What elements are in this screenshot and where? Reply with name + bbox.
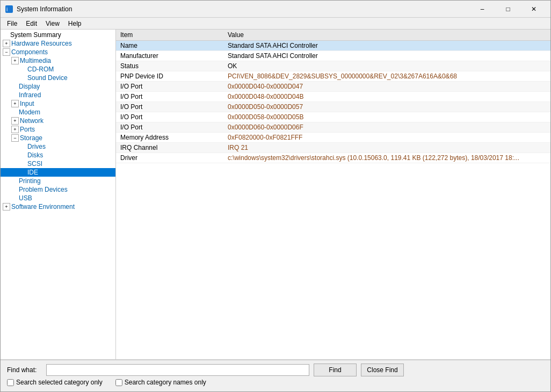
tree-problem-devices[interactable]: Problem Devices (1, 185, 115, 194)
tree-hardware-resources[interactable]: + Hardware Resources (1, 39, 115, 48)
table-row: Memory Address0xF0820000-0xF0821FFF (116, 133, 550, 143)
table-row: I/O Port0x0000D048-0x0000D04B (116, 92, 550, 102)
expand-ports[interactable]: + (11, 126, 19, 133)
tree-usb[interactable]: USB (1, 194, 115, 202)
find-bar: Find what: Find Close Find Search select… (1, 359, 550, 391)
expand-hardware-resources[interactable]: + (3, 40, 10, 47)
cell-value: PCI\VEN_8086&DEV_2829&SUBSYS_00000000&RE… (223, 71, 550, 82)
search-selected-checkbox[interactable] (7, 379, 14, 386)
tree-components[interactable]: − Components (1, 48, 115, 56)
expand-multimedia[interactable]: + (11, 57, 19, 64)
table-row: I/O Port0x0000D060-0x0000D06F (116, 122, 550, 133)
svg-text:i: i (6, 6, 8, 12)
cell-item: I/O Port (116, 122, 223, 133)
cell-item: I/O Port (116, 92, 223, 102)
table-row: ManufacturerStandard SATA AHCI Controlle… (116, 51, 550, 61)
cell-value: 0xF0820000-0xF0821FFF (223, 133, 550, 143)
table-row: I/O Port0x0000D040-0x0000D047 (116, 82, 550, 92)
tree-infrared[interactable]: Infrared (1, 91, 115, 99)
tree-software-environment[interactable]: + Software Environment (1, 202, 115, 211)
cell-item: Memory Address (116, 133, 223, 143)
menu-edit[interactable]: Edit (21, 19, 41, 28)
table-row: I/O Port0x0000D050-0x0000D057 (116, 102, 550, 112)
expand-input[interactable]: + (11, 100, 19, 107)
table-row: Driverc:\windows\system32\drivers\storah… (116, 153, 550, 163)
tree-multimedia[interactable]: + Multimedia (1, 56, 115, 65)
expand-components[interactable]: − (3, 48, 10, 56)
menu-view[interactable]: View (41, 19, 64, 28)
cell-value: 0x0000D040-0x0000D047 (223, 82, 550, 92)
table-row: PNP Device IDPCI\VEN_8086&DEV_2829&SUBSY… (116, 71, 550, 82)
maximize-button[interactable]: □ (496, 2, 520, 17)
table-row: StatusOK (116, 61, 550, 71)
app-icon: i (5, 5, 13, 13)
cell-value: c:\windows\system32\drivers\storahci.sys… (223, 153, 550, 163)
table-row: NameStandard SATA AHCI Controller (116, 41, 550, 51)
cell-value: 0x0000D050-0x0000D057 (223, 102, 550, 112)
cell-item: PNP Device ID (116, 71, 223, 82)
menu-help[interactable]: Help (64, 19, 86, 28)
tree-display[interactable]: Display (1, 82, 115, 91)
content-area: System Summary + Hardware Resources − Co… (1, 30, 550, 359)
find-row: Find what: Find Close Find (7, 364, 544, 376)
tree-panel: System Summary + Hardware Resources − Co… (1, 30, 116, 359)
tree-scsi[interactable]: SCSI (1, 159, 115, 168)
tree-ide[interactable]: IDE (1, 168, 115, 177)
expand-network[interactable]: + (11, 117, 19, 125)
cell-value: IRQ 21 (223, 143, 550, 153)
cell-item: Status (116, 61, 223, 71)
cell-item: Name (116, 41, 223, 51)
tree-cdrom[interactable]: CD-ROM (1, 65, 115, 74)
cell-item: I/O Port (116, 112, 223, 122)
expand-storage[interactable]: − (11, 134, 19, 142)
find-label: Find what: (7, 366, 42, 374)
table-row: IRQ ChannelIRQ 21 (116, 143, 550, 153)
cell-value: OK (223, 61, 550, 71)
cell-value: Standard SATA AHCI Controller (223, 51, 550, 61)
find-checks: Search selected category only Search cat… (7, 379, 544, 386)
tree-input[interactable]: + Input (1, 99, 115, 108)
tree-disks[interactable]: Disks (1, 151, 115, 159)
cell-value: 0x0000D058-0x0000D05B (223, 112, 550, 122)
window-controls: – □ ✕ (470, 2, 546, 17)
main-window: i System Information – □ ✕ File Edit Vie… (0, 0, 551, 392)
detail-panel: Item Value NameStandard SATA AHCI Contro… (116, 30, 550, 359)
tree-network[interactable]: + Network (1, 117, 115, 125)
title-bar: i System Information – □ ✕ (1, 1, 550, 18)
menu-bar: File Edit View Help (1, 18, 550, 30)
table-row: I/O Port0x0000D058-0x0000D05B (116, 112, 550, 122)
detail-table: Item Value NameStandard SATA AHCI Contro… (116, 30, 550, 163)
tree-storage[interactable]: − Storage (1, 134, 115, 142)
minimize-button[interactable]: – (470, 2, 495, 17)
cell-item: I/O Port (116, 82, 223, 92)
tree-system-summary[interactable]: System Summary (1, 31, 115, 39)
cell-item: Driver (116, 153, 223, 163)
col-value: Value (223, 30, 550, 41)
title-bar-title: System Information (17, 5, 470, 13)
find-button[interactable]: Find (314, 364, 357, 376)
find-input[interactable] (46, 364, 309, 376)
close-button[interactable]: ✕ (521, 2, 546, 17)
cell-item: I/O Port (116, 102, 223, 112)
close-find-button[interactable]: Close Find (361, 364, 404, 376)
tree-modem[interactable]: Modem (1, 108, 115, 117)
col-item: Item (116, 30, 223, 41)
cell-value: 0x0000D048-0x0000D04B (223, 92, 550, 102)
search-category-names[interactable]: Search category names only (115, 379, 206, 386)
search-selected-category[interactable]: Search selected category only (7, 379, 103, 386)
cell-item: IRQ Channel (116, 143, 223, 153)
tree-ports[interactable]: + Ports (1, 125, 115, 134)
search-category-names-checkbox[interactable] (115, 379, 122, 386)
cell-item: Manufacturer (116, 51, 223, 61)
cell-value: 0x0000D060-0x0000D06F (223, 122, 550, 133)
menu-file[interactable]: File (3, 19, 21, 28)
cell-value: Standard SATA AHCI Controller (223, 41, 550, 51)
expand-software-environment[interactable]: + (3, 203, 10, 210)
tree-printing[interactable]: Printing (1, 177, 115, 185)
tree-drives[interactable]: Drives (1, 142, 115, 151)
tree-sound-device[interactable]: Sound Device (1, 74, 115, 82)
